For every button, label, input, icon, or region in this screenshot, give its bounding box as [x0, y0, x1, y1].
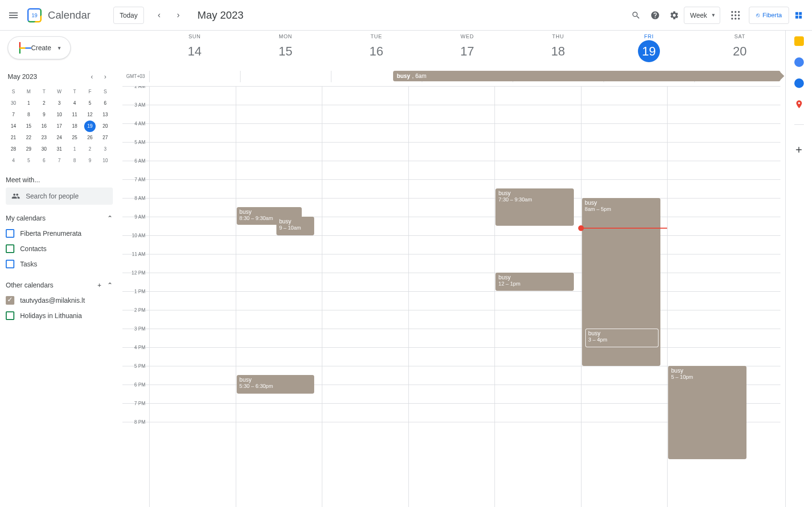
mini-cal-day[interactable]: 2	[38, 98, 50, 109]
mini-cal-day[interactable]: 26	[84, 132, 96, 143]
mini-cal-day[interactable]: 16	[38, 121, 50, 132]
mini-cal-day[interactable]: 13	[99, 109, 111, 121]
day-number[interactable]: 18	[547, 40, 569, 62]
view-switcher[interactable]: Week▼	[684, 7, 720, 24]
mini-cal-day[interactable]: 10	[54, 109, 65, 121]
mini-cal-day[interactable]: 21	[8, 132, 19, 143]
day-number[interactable]: 16	[365, 40, 387, 62]
calendar-event[interactable]: busy7:30 – 9:30am	[495, 188, 574, 226]
allday-event[interactable]: busy, 6am	[393, 71, 780, 81]
other-calendars-header[interactable]: Other calendars +⌃	[6, 281, 113, 289]
day-number[interactable]: 17	[456, 40, 478, 62]
calendar-event[interactable]: busy12 – 1pm	[495, 273, 574, 291]
calendar-checkbox[interactable]	[6, 260, 14, 268]
calendar-checkbox[interactable]	[6, 311, 14, 320]
calendar-list-item[interactable]: Tasks	[6, 256, 113, 272]
mini-cal-day[interactable]: 3	[99, 143, 111, 155]
mini-cal-day[interactable]: 15	[23, 121, 34, 132]
prev-period-button[interactable]: ‹	[150, 6, 169, 25]
google-apps-button[interactable]	[726, 6, 745, 25]
mini-cal-next[interactable]: ›	[99, 71, 111, 82]
settings-button[interactable]	[665, 6, 684, 25]
day-number[interactable]: 19	[638, 40, 660, 62]
day-number[interactable]: 20	[729, 40, 751, 62]
add-calendar-icon[interactable]: +	[98, 281, 101, 289]
my-calendars-header[interactable]: My calendars ⌃	[6, 214, 113, 222]
current-period-title[interactable]: May 2023	[198, 9, 244, 22]
mini-cal-day[interactable]: 8	[69, 155, 80, 166]
day-number[interactable]: 14	[184, 40, 206, 62]
mini-cal-day[interactable]: 22	[23, 132, 34, 143]
mini-cal-day[interactable]: 10	[99, 155, 111, 166]
mini-cal-day[interactable]: 3	[54, 98, 65, 109]
tasks-icon[interactable]	[794, 57, 804, 67]
mini-cal-day[interactable]: 9	[84, 155, 96, 166]
mini-cal-day[interactable]: 30	[8, 98, 19, 109]
search-button[interactable]	[626, 6, 646, 25]
create-button[interactable]: Create ▼	[8, 36, 71, 59]
mini-cal-day[interactable]: 25	[69, 132, 80, 143]
mini-cal-title[interactable]: May 2023	[8, 73, 37, 80]
day-number[interactable]: 15	[274, 40, 296, 62]
day-header[interactable]: FRI19	[604, 31, 694, 71]
day-header[interactable]: MON15	[240, 31, 331, 71]
mini-cal-day[interactable]: 17	[54, 121, 65, 132]
day-header[interactable]: WED17	[422, 31, 513, 71]
get-addons-button[interactable]: +	[790, 140, 809, 159]
time-grid-scroll[interactable]: 2 AM3 AM4 AM5 AM6 AM7 AM8 AM9 AM10 AM11 …	[122, 86, 780, 507]
mini-cal-day[interactable]: 6	[99, 98, 111, 109]
mini-cal-day[interactable]: 11	[69, 109, 80, 121]
calendar-list-item[interactable]: Holidays in Lithuania	[6, 308, 113, 323]
calendar-checkbox[interactable]	[6, 244, 14, 253]
calendar-event[interactable]: busy5:30 – 6:30pm	[237, 375, 314, 394]
day-header[interactable]: TUE16	[331, 31, 422, 71]
fiberta-button[interactable]: ⎋Fiberta	[749, 7, 789, 24]
mini-cal-day[interactable]: 1	[69, 143, 80, 155]
today-button[interactable]: Today	[113, 7, 143, 24]
day-header[interactable]: THU18	[513, 31, 604, 71]
mini-cal-day[interactable]: 4	[69, 98, 80, 109]
mini-cal-day[interactable]: 5	[84, 98, 96, 109]
mini-cal-day[interactable]: 12	[84, 109, 96, 121]
search-people-input[interactable]: Search for people	[6, 187, 113, 205]
support-button[interactable]	[646, 6, 665, 25]
keep-icon[interactable]	[794, 36, 804, 46]
mini-cal-day[interactable]: 29	[23, 143, 34, 155]
mini-cal-day[interactable]: 28	[8, 143, 19, 155]
calendar-event[interactable]: busy9 – 10am	[276, 217, 314, 235]
mini-cal-day[interactable]: 19	[84, 121, 96, 132]
day-column[interactable]	[494, 86, 581, 507]
mini-cal-day[interactable]: 2	[84, 143, 96, 155]
day-header[interactable]: SUN14	[149, 31, 240, 71]
calendar-event[interactable]: busy3 – 4pm	[585, 329, 658, 347]
mini-cal-day[interactable]: 5	[23, 155, 34, 166]
next-period-button[interactable]: ›	[169, 6, 188, 25]
calendar-event[interactable]: busy5 – 10pm	[668, 366, 746, 459]
mini-cal-prev[interactable]: ‹	[86, 71, 98, 82]
calendar-list-item[interactable]: tautvydas@milaknis.lt	[6, 293, 113, 308]
mini-cal-day[interactable]: 18	[69, 121, 80, 132]
contacts-icon[interactable]	[794, 78, 804, 88]
mini-cal-day[interactable]: 9	[38, 109, 50, 121]
mini-cal-day[interactable]: 24	[54, 132, 65, 143]
calendar-checkbox[interactable]	[6, 229, 14, 238]
day-column[interactable]	[408, 86, 495, 507]
day-column[interactable]	[322, 86, 408, 507]
mini-cal-day[interactable]: 7	[8, 109, 19, 121]
mini-cal-day[interactable]: 27	[99, 132, 111, 143]
mini-cal-day[interactable]: 23	[38, 132, 50, 143]
mini-cal-day[interactable]: 4	[8, 155, 19, 166]
calendar-logo[interactable]: 19	[25, 6, 44, 25]
maps-icon[interactable]	[794, 99, 804, 109]
mini-cal-day[interactable]: 20	[99, 121, 111, 132]
calendar-list-item[interactable]: Fiberta Prenumerata	[6, 226, 113, 241]
day-header[interactable]: SAT20	[694, 31, 785, 71]
day-column[interactable]	[149, 86, 236, 507]
calendar-list-item[interactable]: Contacts	[6, 241, 113, 256]
mini-cal-day[interactable]: 8	[23, 109, 34, 121]
mini-cal-day[interactable]: 7	[54, 155, 65, 166]
mini-cal-day[interactable]: 31	[54, 143, 65, 155]
account-switcher[interactable]	[789, 6, 808, 25]
calendar-checkbox[interactable]	[6, 296, 14, 305]
mini-cal-day[interactable]: 6	[38, 155, 50, 166]
